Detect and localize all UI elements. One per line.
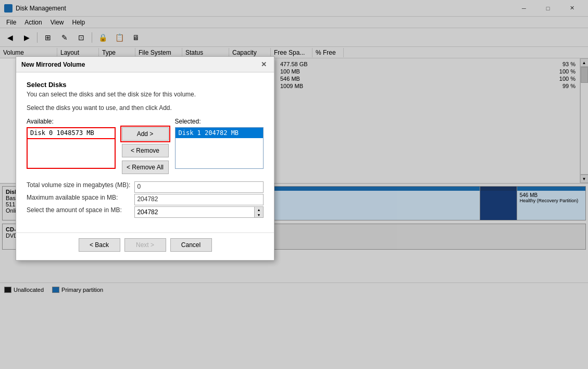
dialog-close-button[interactable]: ✕: [258, 59, 269, 70]
selected-disk-1[interactable]: Disk 1 204782 MB: [176, 128, 264, 138]
available-label: Available:: [27, 118, 116, 125]
select-label: Select the amount of space in MB:: [27, 206, 130, 218]
cancel-button[interactable]: Cancel: [170, 238, 212, 252]
select-value-input[interactable]: 204782: [134, 206, 255, 218]
dialog-footer: < Back Next > Cancel: [16, 232, 274, 260]
available-col: Available: Disk 0 1048573 MB: [27, 118, 116, 174]
remove-button[interactable]: < Remove: [122, 144, 169, 157]
dialog-section-title: Select Disks: [27, 81, 264, 89]
dialog-instruction: Select the disks you want to use, and th…: [27, 104, 264, 112]
max-value: 204782: [134, 194, 264, 205]
new-mirrored-dialog: New Mirrored Volume ✕ Select Disks You c…: [16, 56, 274, 261]
dialog-section-sub: You can select the disks and set the dis…: [27, 91, 264, 98]
total-label: Total volume size in megabytes (MB):: [27, 181, 130, 193]
add-button[interactable]: Add >: [122, 127, 169, 141]
dialog-title: New Mirrored Volume: [21, 61, 258, 68]
back-button[interactable]: < Back: [79, 238, 120, 252]
info-grid: Total volume size in megabytes (MB): 0 M…: [27, 181, 264, 218]
selected-col: Selected: Disk 1 204782 MB: [175, 118, 264, 174]
selected-label: Selected:: [175, 118, 264, 125]
remove-all-button[interactable]: < Remove All: [122, 161, 169, 174]
dialog-overlay: New Mirrored Volume ✕ Select Disks You c…: [0, 0, 588, 369]
selected-listbox[interactable]: Disk 1 204782 MB: [175, 127, 264, 169]
spin-buttons: ▲ ▼: [255, 206, 264, 218]
available-disk-0[interactable]: Disk 0 1048573 MB: [27, 128, 115, 138]
spin-up[interactable]: ▲: [255, 207, 263, 212]
select-spin: 204782 ▲ ▼: [134, 206, 264, 218]
dialog-title-bar: New Mirrored Volume ✕: [16, 57, 274, 72]
available-listbox[interactable]: Disk 0 1048573 MB: [27, 127, 116, 169]
spin-down[interactable]: ▼: [255, 212, 263, 217]
next-button[interactable]: Next >: [124, 238, 166, 252]
total-value: 0: [134, 181, 264, 193]
disk-selector-buttons: Add > < Remove < Remove All: [122, 118, 169, 174]
dialog-body: Select Disks You can select the disks an…: [16, 72, 274, 232]
max-label: Maximum available space in MB:: [27, 194, 130, 205]
disk-selector: Available: Disk 0 1048573 MB Add > < Rem…: [27, 118, 264, 174]
